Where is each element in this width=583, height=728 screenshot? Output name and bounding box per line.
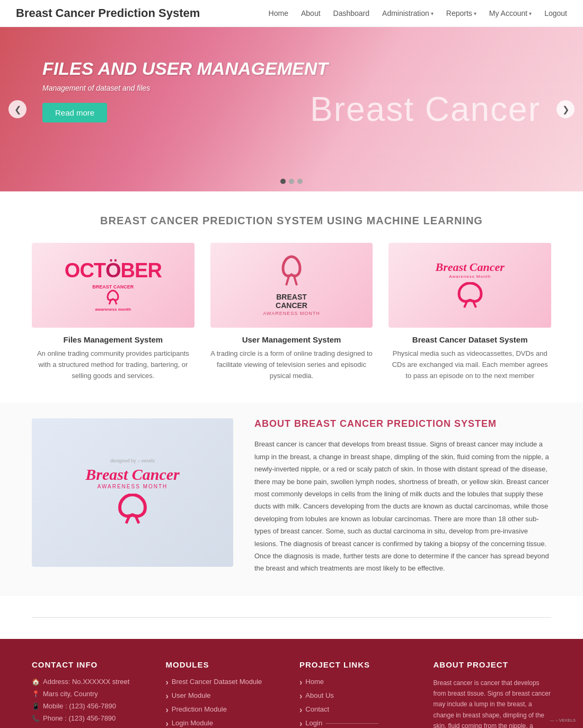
footer-module-login[interactable]: Login Module <box>166 719 284 728</box>
about-ribbon-icon <box>111 494 154 525</box>
administration-dropdown-arrow: ▾ <box>431 11 434 16</box>
feature-img-october: OCTÖBER BREAST CANCER awareness month <box>65 259 162 312</box>
nav-item-home[interactable]: Home <box>269 9 288 17</box>
carousel-prev-button[interactable]: ❮ <box>8 100 26 118</box>
footer-project-links-list: Home About Us Contact Login Email Us <box>299 678 418 728</box>
about-image: designed by ⬦ vexels Breast Cancer AWARE… <box>32 418 233 567</box>
feature-title-user: User Management System <box>210 335 373 344</box>
hero-section: ❮ FILES AND USER MANAGEMENT Management o… <box>0 27 583 191</box>
carousel-dot-3[interactable] <box>297 179 303 184</box>
ribbon-icon-2 <box>276 255 307 297</box>
footer-contact-title: CONTACT INFO <box>32 660 150 669</box>
footer-about-project: ABOUT PROJECT Breast cancer is cancer th… <box>434 660 552 728</box>
nav-item-dashboard[interactable]: Dashboard <box>333 9 370 17</box>
feature-card-user: BREASTCANCER AWARENESS MONTH User Manage… <box>210 243 373 381</box>
nav-item-myaccount[interactable]: My Account ▾ <box>489 9 532 17</box>
awareness-month-label-2: AWARENESS MONTH <box>263 311 320 316</box>
reports-dropdown-arrow: ▾ <box>474 11 476 16</box>
feature-img-files: OCTÖBER BREAST CANCER awareness month <box>32 243 195 328</box>
carousel-next-button[interactable]: ❯ <box>556 100 575 118</box>
breast-cancer-cursive: Breast Cancer <box>436 260 505 274</box>
about-text: Breast cancer is cancer that develops fr… <box>254 438 551 574</box>
about-divider <box>32 617 551 618</box>
footer-contact: CONTACT INFO 🏠 Address: No.XXXXXX street… <box>32 660 150 728</box>
brand: Breast Cancer Prediction System <box>16 6 200 20</box>
myaccount-dropdown-arrow: ▾ <box>529 11 532 16</box>
footer-grid: CONTACT INFO 🏠 Address: No.XXXXXX street… <box>32 660 551 728</box>
footer-project-links: PROJECT LINKS Home About Us Contact Logi… <box>299 660 418 728</box>
footer-contact-mobile: 📱 Mobile : (123) 456-7890 <box>32 702 150 710</box>
footer-about-project-title: ABOUT PROJECT <box>434 660 552 669</box>
feature-img-dataset: Breast Cancer Awareness Month <box>388 243 551 328</box>
about-section: designed by ⬦ vexels Breast Cancer AWARE… <box>0 402 583 595</box>
nav-item-logout[interactable]: Logout <box>544 9 567 17</box>
feature-title-dataset: Breast Cancer Dataset System <box>388 335 551 344</box>
footer-link-about[interactable]: About Us <box>299 691 418 701</box>
breast-cancer-text: BREASTCANCER <box>263 293 320 310</box>
footer-project-links-title: PROJECT LINKS <box>299 660 418 669</box>
ribbon-icon-3 <box>452 282 489 309</box>
footer-contact-address: 🏠 Address: No.XXXXXX street <box>32 678 150 686</box>
footer-link-login[interactable]: Login <box>299 719 418 728</box>
footer-modules-title: MODULES <box>166 660 284 669</box>
home-icon: 🏠 <box>32 678 40 686</box>
mobile-icon: 📱 <box>32 703 40 710</box>
phone-icon: 📞 <box>32 715 40 722</box>
footer-divider-line <box>325 723 378 724</box>
hero-right-text: Breast Cancer <box>310 90 541 129</box>
ribbon-icon-1 <box>100 290 126 305</box>
awareness-month-label-3: Awareness Month <box>436 274 505 279</box>
feature-card-dataset: Breast Cancer Awareness Month Breast Can… <box>388 243 551 381</box>
nav-item-administration[interactable]: Administration ▾ <box>382 9 434 17</box>
feature-desc-user: A trading circle is a form of online tra… <box>210 348 373 381</box>
about-awareness-label: AWARENESS MONTH <box>85 484 180 489</box>
nav-item-about[interactable]: About <box>301 9 321 17</box>
vexels-label: designed by ⬦ vexels <box>85 458 180 463</box>
awareness-month-label-1: awareness month <box>65 307 162 312</box>
about-title: ABOUT BREAST CANCER PREDICTION SYSTEM <box>254 418 551 429</box>
feature-card-files: OCTÖBER BREAST CANCER awareness month Fi… <box>32 243 195 381</box>
dataset-img-content: Breast Cancer Awareness Month <box>436 260 505 310</box>
location-icon: 📍 <box>32 690 40 698</box>
hero-title: FILES AND USER MANAGEMENT <box>42 59 328 78</box>
footer-modules-list: Brest Cancer Dataset Module User Module … <box>166 678 284 728</box>
carousel-dot-2[interactable] <box>289 179 294 184</box>
feature-title-files: Files Management System <box>32 335 195 344</box>
footer-contact-city: 📍 Mars city, Country <box>32 690 150 698</box>
about-img-cursive: Breast Cancer <box>85 466 180 484</box>
carousel-dot-1[interactable] <box>280 179 286 184</box>
footer-modules: MODULES Brest Cancer Dataset Module User… <box>166 660 284 728</box>
footer: CONTACT INFO 🏠 Address: No.XXXXXX street… <box>0 639 583 728</box>
navbar: Breast Cancer Prediction System Home Abo… <box>0 0 583 27</box>
feature-desc-files: An online trading community provides par… <box>32 348 195 381</box>
user-img-content: BREASTCANCER AWARENESS MONTH <box>263 255 320 316</box>
feature-img-user: BREASTCANCER AWARENESS MONTH <box>210 243 373 328</box>
footer-link-contact[interactable]: Contact <box>299 705 418 715</box>
carousel-dots <box>280 179 303 184</box>
footer-module-prediction[interactable]: Prediction Module <box>166 705 284 715</box>
about-text-block: ABOUT BREAST CANCER PREDICTION SYSTEM Br… <box>254 418 551 574</box>
feature-desc-dataset: Physical media such as videocassettes, D… <box>388 348 551 381</box>
hero-left-content: FILES AND USER MANAGEMENT Management of … <box>42 59 328 122</box>
hero-read-more-button[interactable]: Read more <box>42 103 107 122</box>
nav-item-reports[interactable]: Reports ▾ <box>446 9 476 17</box>
footer-contact-list: 🏠 Address: No.XXXXXX street 📍 Mars city,… <box>32 678 150 728</box>
nav-menu: Home About Dashboard Administration ▾ Re… <box>269 9 567 17</box>
footer-module-dataset[interactable]: Brest Cancer Dataset Module <box>166 678 284 687</box>
features-section: OCTÖBER BREAST CANCER awareness month Fi… <box>0 243 583 402</box>
footer-contact-phone: 📞 Phone : (123) 456-7890 <box>32 714 150 722</box>
footer-module-user[interactable]: User Module <box>166 691 284 701</box>
footer-about-project-text: Breast cancer is cancer that develops fr… <box>434 678 552 728</box>
oct-breast-cancer-label: BREAST CANCER <box>65 284 162 290</box>
about-img-inner: designed by ⬦ vexels Breast Cancer AWARE… <box>85 458 180 527</box>
hero-subtitle: Management of dataset and files <box>42 84 328 92</box>
section-heading: BREAST CANCER PREDICTION SYSTEM USING MA… <box>0 215 583 227</box>
footer-link-home[interactable]: Home <box>299 678 418 687</box>
